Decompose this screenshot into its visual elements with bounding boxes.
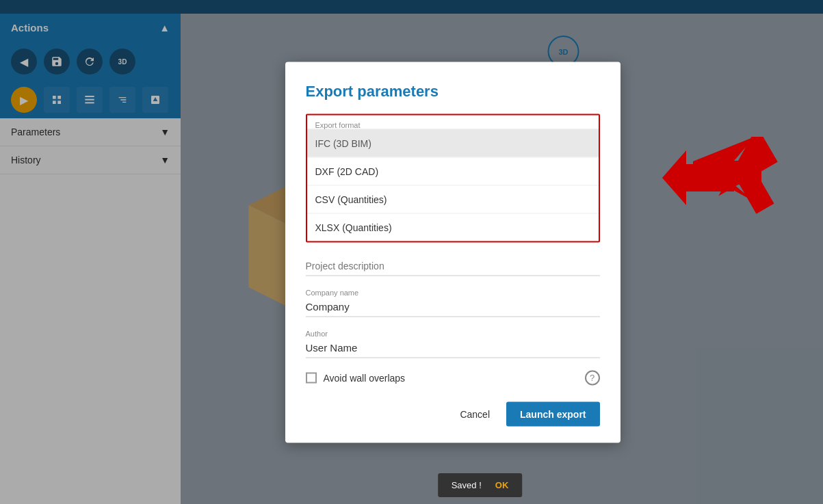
option-ifc[interactable]: IFC (3D BIM) [307, 129, 599, 157]
company-name-field: Company name Company [306, 288, 600, 317]
option-dxf[interactable]: DXF (2D CAD) [307, 157, 599, 185]
author-field: Author User Name [306, 329, 600, 358]
company-name-value: Company [306, 297, 600, 317]
project-description-input[interactable] [306, 256, 600, 276]
company-name-label: Company name [306, 288, 600, 296]
avoid-wall-overlaps-row: Avoid wall overlaps ? [306, 370, 600, 385]
author-label: Author [306, 329, 600, 337]
export-format-label: Export format [307, 115, 599, 129]
ok-button[interactable]: OK [495, 480, 509, 490]
modal-title: Export parameters [306, 82, 600, 100]
export-modal: Export parameters Export format IFC (3D … [285, 62, 620, 442]
avoid-wall-overlaps-label: Avoid wall overlaps [324, 372, 578, 383]
author-value: User Name [306, 339, 600, 358]
saved-toast: Saved ! OK [438, 473, 523, 497]
export-format-dropdown[interactable]: Export format IFC (3D BIM) DXF (2D CAD) … [306, 114, 600, 242]
modal-footer: Cancel Launch export [306, 401, 600, 426]
option-csv[interactable]: CSV (Quantities) [307, 185, 599, 213]
saved-label: Saved ! [452, 480, 482, 490]
avoid-wall-overlaps-checkbox[interactable] [306, 372, 317, 383]
launch-export-button[interactable]: Launch export [506, 401, 599, 426]
project-description-field [306, 256, 600, 276]
option-xlsx[interactable]: XLSX (Quantities) [307, 213, 599, 241]
help-icon[interactable]: ? [585, 370, 600, 385]
cancel-button[interactable]: Cancel [452, 403, 498, 425]
